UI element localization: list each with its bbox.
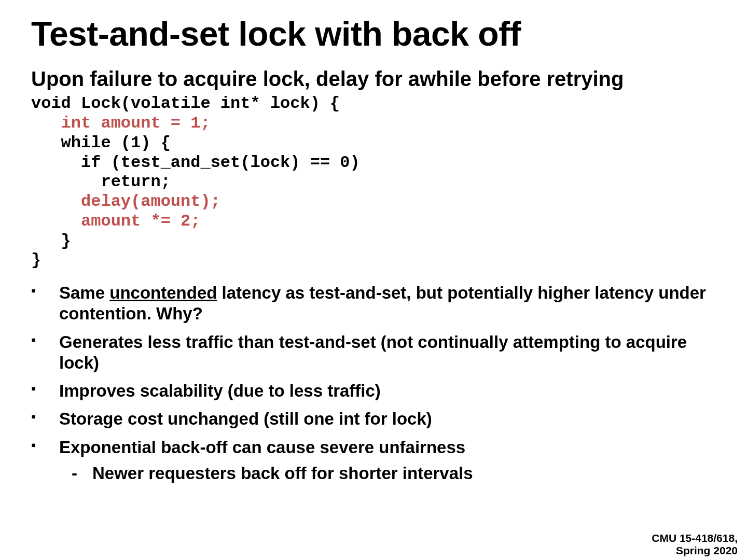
slide-title: Test-and-set lock with back off [31, 16, 716, 52]
code-line: while (1) { [31, 133, 171, 152]
slide-footer: CMU 15-418/618, Spring 2020 [652, 532, 738, 557]
bullet-item: Storage cost unchanged (still one int fo… [31, 409, 716, 429]
bullet-item: Generates less traffic than test-and-set… [31, 332, 716, 374]
bullet-item: Same uncontended latency as test-and-set… [31, 283, 716, 325]
footer-term: Spring 2020 [652, 544, 738, 557]
code-line: } [31, 250, 41, 270]
code-line-highlight: delay(amount); [31, 192, 220, 211]
sub-bullet-item: Newer requesters back off for shorter in… [59, 463, 716, 484]
bullet-item: Improves scalability (due to less traffi… [31, 381, 716, 401]
bullet-text-underline: uncontended [109, 283, 217, 302]
bullet-text: Exponential back-off can cause severe un… [59, 438, 465, 457]
footer-course: CMU 15-418/618, [652, 532, 738, 544]
bullet-item: Exponential back-off can cause severe un… [31, 437, 716, 484]
code-line: } [31, 231, 71, 250]
code-line-highlight: int amount = 1; [31, 114, 211, 133]
code-line: if (test_and_set(lock) == 0) [31, 153, 360, 172]
slide-subtitle: Upon failure to acquire lock, delay for … [31, 67, 716, 91]
sub-bullet-list: Newer requesters back off for shorter in… [59, 463, 716, 484]
code-line-highlight: amount *= 2; [31, 212, 200, 231]
slide: Test-and-set lock with back off Upon fai… [0, 0, 747, 560]
bullet-text-pre: Same [59, 283, 109, 302]
code-block: void Lock(volatile int* lock) { int amou… [31, 94, 716, 270]
code-line: void Lock(volatile int* lock) { [31, 94, 340, 113]
bullet-list: Same uncontended latency as test-and-set… [31, 283, 716, 484]
code-line: return; [31, 172, 171, 191]
